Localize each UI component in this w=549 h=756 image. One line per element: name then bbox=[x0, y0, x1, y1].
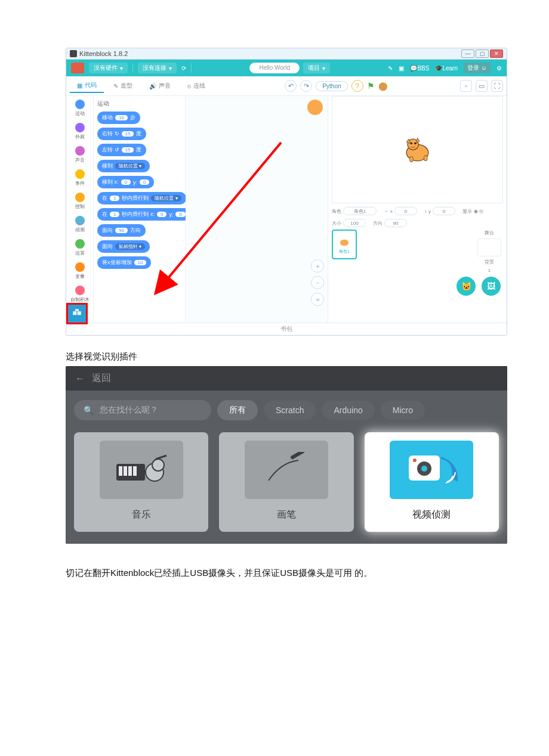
green-flag-icon[interactable]: ⚑ bbox=[367, 81, 375, 91]
svg-marker-3 bbox=[417, 138, 420, 143]
stop-icon[interactable]: ⬤ bbox=[378, 81, 388, 91]
block-glide[interactable]: 在1秒内滑行到随机位置 ▾ bbox=[97, 192, 186, 205]
stage-small-button[interactable]: ▫ bbox=[460, 80, 472, 92]
card-music-label: 音乐 bbox=[132, 509, 151, 521]
tab-costumes[interactable]: ✎ 造型 bbox=[106, 79, 140, 92]
connect-dropdown[interactable]: 没有连接▾ bbox=[138, 63, 177, 73]
login-button[interactable]: 登录 ☺ bbox=[464, 63, 491, 73]
minimize-button[interactable]: — bbox=[461, 49, 474, 58]
block-point-towards[interactable]: 面向鼠标指针 ▾ bbox=[97, 240, 150, 253]
app-icon bbox=[70, 50, 77, 57]
settings-icon[interactable]: ⚙ bbox=[496, 65, 502, 72]
python-button[interactable]: Python bbox=[316, 81, 347, 91]
category-events[interactable]: 事件 bbox=[75, 169, 85, 187]
sprite-x-input[interactable] bbox=[394, 207, 417, 215]
block-move[interactable]: 移动10步 bbox=[97, 111, 140, 124]
extension-icon bbox=[72, 308, 82, 319]
card-pen-label: 画笔 bbox=[277, 509, 296, 521]
project-name-field[interactable]: Hello World bbox=[249, 63, 300, 73]
sprite-info: 角色 ↔ x ↕ y 显示 ◉ ◎ 大小 方向 bbox=[332, 207, 503, 227]
kittenblock-window: Kittenblock 1.8.2 — ▢ ✕ 没有硬件▾ 没有连接▾ ⟳ He… bbox=[66, 48, 507, 336]
video-thumb-icon bbox=[396, 446, 467, 494]
bbs-link[interactable]: 💬BBS bbox=[410, 65, 429, 72]
svg-line-20 bbox=[156, 456, 166, 459]
tabs-row: ▦ 代码 ✎ 造型 🔊 声音 ⎋ 连线 ↶ ↷ Python ? ⚑ ⬤ ▫ ▭… bbox=[66, 76, 507, 96]
svg-point-26 bbox=[413, 458, 417, 462]
category-looks[interactable]: 外观 bbox=[75, 123, 85, 140]
category-operators[interactable]: 运算 bbox=[75, 239, 85, 256]
add-sprite-button[interactable]: 🐱 bbox=[457, 277, 476, 296]
sprite-size-input[interactable] bbox=[343, 219, 366, 227]
filter-all[interactable]: 所有 bbox=[217, 400, 258, 420]
show-toggle[interactable]: ◉ ◎ bbox=[474, 209, 483, 214]
svg-rect-15 bbox=[124, 466, 127, 476]
add-extension-button[interactable] bbox=[66, 303, 88, 324]
block-point-dir[interactable]: 面向90方向 bbox=[97, 224, 146, 237]
workspace[interactable]: ＋ － ＝ bbox=[186, 96, 328, 323]
category-myblocks[interactable]: 自制积木 bbox=[70, 286, 90, 303]
zoom-reset-button[interactable]: ＝ bbox=[311, 293, 324, 306]
svg-rect-16 bbox=[128, 466, 132, 476]
svg-point-25 bbox=[421, 466, 427, 472]
redo-button[interactable]: ↷ bbox=[300, 80, 312, 92]
block-turn-ccw[interactable]: 左转 ↺15度 bbox=[97, 144, 146, 156]
stage-large-button[interactable]: ▭ bbox=[476, 80, 488, 92]
card-music[interactable]: 音乐 bbox=[74, 432, 208, 532]
camera-icon[interactable]: ▣ bbox=[399, 65, 404, 72]
category-palette: 运动 外观 声音 事件 控制 侦测 运算 变量 自制积木 bbox=[66, 96, 94, 323]
zoom-in-button[interactable]: ＋ bbox=[311, 259, 324, 272]
category-sensing[interactable]: 侦测 bbox=[75, 216, 85, 233]
tab-sounds[interactable]: 🔊 声音 bbox=[142, 79, 178, 92]
stage-thumbnail[interactable] bbox=[477, 238, 501, 256]
maximize-button[interactable]: ▢ bbox=[476, 49, 489, 58]
refresh-icon[interactable]: ⟳ bbox=[181, 65, 186, 72]
zoom-out-button[interactable]: － bbox=[311, 276, 324, 289]
svg-point-5 bbox=[414, 142, 416, 144]
stage-view bbox=[332, 96, 503, 203]
sprite-tile[interactable]: 角色1 bbox=[332, 230, 357, 259]
menubar: 没有硬件▾ 没有连接▾ ⟳ Hello World 项目▾ ✎ ▣ 💬BBS 🎓… bbox=[66, 60, 507, 76]
back-arrow-icon: ← bbox=[75, 373, 85, 384]
block-gotoxy[interactable]: 移到 x:0y:0 bbox=[97, 176, 154, 188]
category-sound[interactable]: 声音 bbox=[75, 146, 85, 163]
filter-scratch[interactable]: Scratch bbox=[264, 401, 316, 420]
sprite-watermark-icon bbox=[307, 100, 323, 115]
card-pen[interactable]: 画笔 bbox=[219, 432, 353, 532]
edit-icon[interactable]: ✎ bbox=[388, 65, 393, 72]
tab-wiring[interactable]: ⎋ 连线 bbox=[180, 79, 212, 92]
learn-link[interactable]: 🎓Learn bbox=[435, 65, 458, 72]
help-button[interactable]: ? bbox=[351, 80, 363, 92]
filter-arduino[interactable]: Arduino bbox=[322, 401, 374, 420]
block-goto[interactable]: 移到随机位置 ▾ bbox=[97, 160, 150, 172]
close-button[interactable]: ✕ bbox=[490, 49, 503, 58]
sprite-name-input[interactable] bbox=[343, 207, 377, 215]
category-variables[interactable]: 变量 bbox=[75, 262, 85, 280]
backdrop-label: 背景 bbox=[485, 259, 494, 265]
sprite-y-input[interactable] bbox=[433, 207, 455, 215]
svg-point-8 bbox=[340, 240, 348, 246]
project-menu[interactable]: 项目▾ bbox=[303, 63, 330, 73]
svg-rect-9 bbox=[73, 311, 76, 315]
blocks-title: 运动 bbox=[97, 100, 181, 108]
pen-thumb-icon bbox=[257, 452, 316, 488]
back-button[interactable]: ← 返回 bbox=[66, 366, 507, 391]
filter-micro[interactable]: Micro bbox=[381, 401, 425, 420]
card-video-sensing[interactable]: 视频侦测 bbox=[365, 432, 499, 532]
sprite-dir-input[interactable] bbox=[384, 219, 407, 227]
tab-code[interactable]: ▦ 代码 bbox=[70, 79, 104, 93]
hardware-dropdown[interactable]: 没有硬件▾ bbox=[89, 63, 128, 73]
svg-rect-21 bbox=[290, 452, 306, 460]
svg-rect-7 bbox=[410, 156, 414, 162]
add-backdrop-button[interactable]: 🖼 bbox=[482, 277, 501, 296]
fullscreen-button[interactable]: ⛶ bbox=[491, 80, 503, 92]
block-glidexy[interactable]: 在1秒内滑行到 x:0y:0 bbox=[97, 208, 190, 221]
stage-panel: 角色 ↔ x ↕ y 显示 ◉ ◎ 大小 方向 角色1 舞台 bbox=[328, 96, 507, 323]
block-change-x[interactable]: 将x坐标增加10 bbox=[97, 256, 151, 269]
category-motion[interactable]: 运动 bbox=[75, 100, 85, 117]
undo-button[interactable]: ↶ bbox=[285, 80, 297, 92]
svg-rect-17 bbox=[133, 466, 137, 476]
backpack-bar[interactable]: 书包 bbox=[66, 323, 507, 335]
search-input[interactable]: 🔍 您在找什么呢？ bbox=[74, 400, 211, 420]
block-turn-cw[interactable]: 右转 ↻15度 bbox=[97, 128, 146, 140]
category-control[interactable]: 控制 bbox=[75, 193, 85, 210]
